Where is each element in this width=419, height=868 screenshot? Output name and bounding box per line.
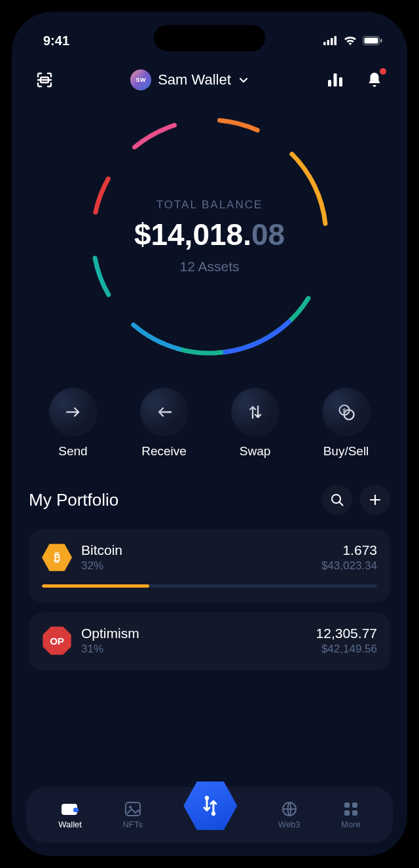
asset-percent: 32% [81, 559, 312, 573]
svg-rect-5 [365, 38, 378, 44]
portfolio-section: My Portfolio ₿ Bitcoin 32% 1.673 [12, 485, 407, 670]
wallet-selector[interactable]: SW Sam Wallet [130, 69, 249, 90]
asset-amount: 1.673 [321, 542, 377, 558]
svg-point-16 [82, 109, 337, 364]
svg-point-13 [82, 109, 337, 364]
asset-amount: 12,305.77 [316, 626, 377, 641]
asset-usd: $42,149.56 [316, 643, 377, 656]
tab-web3[interactable]: Web3 [278, 801, 301, 829]
svg-point-17 [82, 109, 337, 364]
arrow-left-icon [156, 406, 173, 419]
svg-rect-9 [328, 80, 331, 86]
asset-usd: $43,023.34 [321, 559, 377, 573]
swap-action[interactable]: Swap [231, 388, 280, 459]
quick-actions: Send Receive Swap $ Buy/Sell [12, 364, 407, 485]
svg-point-29 [205, 796, 209, 800]
svg-rect-11 [339, 77, 342, 86]
status-time: 9:41 [43, 33, 69, 48]
svg-rect-33 [352, 802, 357, 808]
swap-label: Swap [231, 444, 280, 459]
asset-name: Optimism [81, 626, 307, 641]
send-action[interactable]: Send [49, 388, 98, 459]
asset-icon: ₿ [42, 542, 72, 573]
tab-bar: Wallet NFTs Web3 More [26, 787, 393, 843]
notifications-button[interactable] [361, 67, 388, 93]
add-button[interactable] [360, 485, 390, 515]
bar-chart-icon [327, 72, 344, 88]
tab-more[interactable]: More [341, 801, 361, 829]
wallet-icon [61, 802, 79, 816]
asset-card[interactable]: ₿ Bitcoin 32% 1.673 $43,023.34 [29, 529, 390, 602]
svg-rect-26 [73, 808, 79, 812]
search-icon [330, 493, 344, 507]
asset-progress [42, 584, 377, 588]
svg-rect-6 [380, 39, 382, 43]
buysell-label: Buy/Sell [322, 444, 371, 459]
phone-frame: 9:41 SW Sam Wallet [0, 0, 419, 868]
svg-point-30 [211, 812, 215, 816]
svg-rect-10 [334, 73, 337, 86]
screen: 9:41 SW Sam Wallet [12, 12, 407, 856]
app-header: SW Sam Wallet [12, 55, 407, 93]
svg-rect-34 [344, 810, 350, 816]
bell-icon [367, 71, 382, 88]
wifi-icon [343, 35, 357, 46]
swap-fab-icon [200, 795, 221, 817]
scan-button[interactable] [31, 67, 58, 93]
svg-rect-2 [331, 38, 333, 45]
scan-icon [35, 71, 54, 89]
tab-nfts[interactable]: NFTs [122, 801, 142, 829]
search-button[interactable] [322, 485, 352, 515]
coins-icon: $ [337, 403, 355, 421]
stats-button[interactable] [322, 67, 348, 93]
asset-percent: 31% [81, 643, 307, 656]
wallet-name: Sam Wallet [158, 71, 231, 88]
svg-rect-1 [327, 40, 330, 45]
notch [154, 25, 265, 51]
globe-icon [282, 801, 297, 817]
svg-point-14 [83, 110, 336, 363]
asset-icon: OP [42, 626, 72, 656]
svg-point-15 [82, 109, 337, 364]
tab-nfts-label: NFTs [122, 820, 142, 829]
svg-point-28 [129, 806, 132, 808]
tab-wallet-label: Wallet [58, 820, 82, 829]
asset-name: Bitcoin [81, 542, 312, 558]
allocation-ring-icon [82, 109, 337, 364]
tab-wallet[interactable]: Wallet [58, 801, 82, 829]
avatar: SW [130, 69, 151, 90]
send-label: Send [49, 444, 98, 459]
battery-icon [363, 36, 382, 45]
portfolio-title: My Portfolio [29, 490, 118, 510]
svg-rect-0 [323, 42, 326, 45]
chevron-down-icon [238, 74, 249, 86]
svg-point-20 [339, 406, 349, 415]
tab-more-label: More [341, 820, 361, 829]
svg-rect-3 [335, 36, 337, 45]
svg-point-18 [82, 109, 337, 364]
svg-point-22 [344, 410, 354, 420]
plus-icon [369, 493, 382, 506]
asset-card[interactable]: OP Optimism 31% 12,305.77 $42,149.56 [29, 613, 390, 670]
receive-label: Receive [140, 444, 189, 459]
center-action-button[interactable] [183, 779, 237, 833]
tab-web3-label: Web3 [278, 820, 301, 829]
svg-rect-32 [344, 802, 350, 808]
avatar-initials: SW [136, 77, 146, 83]
notification-dot [380, 68, 386, 75]
svg-line-24 [340, 502, 343, 506]
svg-text:$: $ [342, 407, 346, 414]
svg-rect-35 [352, 810, 357, 816]
balance-ring: TOTAL BALANCE $14,018.08 12 Assets [82, 109, 337, 364]
receive-action[interactable]: Receive [140, 388, 189, 459]
grid-icon [344, 802, 358, 816]
signal-icon [323, 36, 338, 45]
arrow-right-icon [65, 406, 82, 419]
svg-point-19 [82, 109, 337, 364]
buysell-action[interactable]: $ Buy/Sell [322, 388, 371, 459]
swap-icon [247, 404, 263, 421]
svg-point-12 [82, 109, 337, 364]
image-icon [125, 802, 141, 816]
status-icons [323, 35, 382, 46]
